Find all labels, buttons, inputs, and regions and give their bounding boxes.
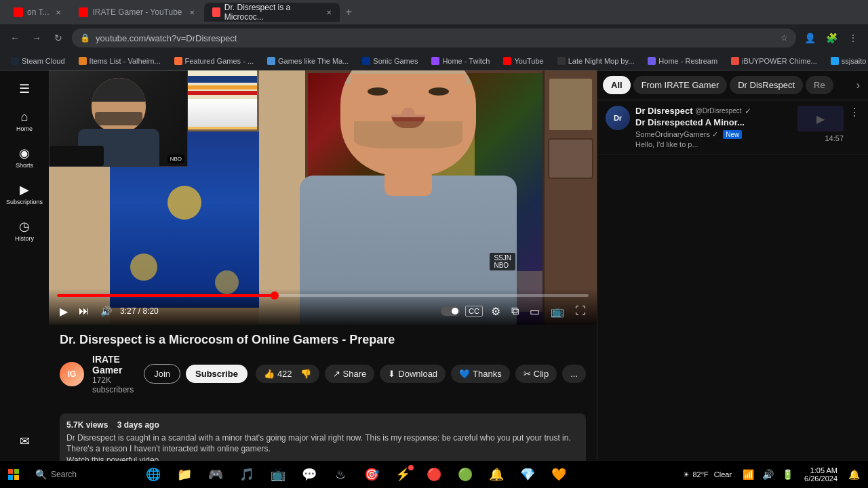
tab-re[interactable]: Re	[806, 76, 833, 94]
yt-right-panel: All From IRATE Gamer Dr DisRespect Re › …	[597, 70, 868, 488]
refresh-button[interactable]: ↻	[49, 28, 68, 47]
hamburger-icon: ☰	[19, 81, 30, 96]
tab-close-1[interactable]: ✕	[56, 9, 61, 16]
sidebar-item-subscriptions[interactable]: ▶ Subscriptions	[3, 177, 46, 211]
dislike-button[interactable]: 👎	[295, 365, 319, 383]
verified-icon-1: ✓	[745, 106, 751, 116]
tab-dr-disrespect[interactable]: Dr DisRespect	[730, 76, 803, 94]
app-6-icon: 💬	[302, 467, 317, 482]
notification-center[interactable]: 🔔	[846, 466, 863, 483]
taskbar-app-3[interactable]: 🎮	[201, 461, 231, 488]
channel-avatar[interactable]: IG	[60, 362, 84, 386]
taskbar-app-9[interactable]: ⚡	[388, 461, 418, 488]
taskbar-app-10[interactable]: 🔴	[419, 461, 449, 488]
sidebar-shorts-label: Shorts	[16, 162, 33, 169]
taskbar-app-5[interactable]: 📺	[263, 461, 293, 488]
taskbar-app-14[interactable]: 🧡	[544, 461, 574, 488]
taskbar-search[interactable]: 🔍 Search	[27, 461, 136, 488]
mini-toggle[interactable]	[441, 306, 460, 316]
tab-all[interactable]: All	[603, 76, 631, 94]
taskbar-app-6[interactable]: 💬	[294, 461, 324, 488]
taskbar-app-11[interactable]: 🟢	[450, 461, 480, 488]
download-button[interactable]: ⬇ Download	[380, 365, 446, 383]
sidebar-item-home[interactable]: ⌂ Home	[3, 104, 46, 138]
share-button[interactable]: ↗ Share	[325, 365, 375, 383]
battery-icon[interactable]: 🔋	[779, 466, 796, 483]
address-text: youtube.com/watch?v=DrDisrespect	[96, 33, 775, 43]
address-bar[interactable]: 🔒 youtube.com/watch?v=DrDisrespect ☆	[72, 28, 796, 47]
back-button[interactable]: ←	[5, 28, 24, 47]
clip-button[interactable]: ✂ Clip	[515, 365, 557, 383]
bookmark-games-label: Games like The Ma...	[278, 57, 349, 65]
bookmark-youtube[interactable]: YouTube	[498, 56, 549, 66]
settings-button[interactable]: ⚙	[488, 302, 503, 321]
tab-2[interactable]: IRATE Gamer - YouTube ✕	[71, 3, 202, 22]
play-button[interactable]: ▶	[57, 302, 71, 321]
chat-header-1: Dr Disrespect @DrDisrespect ✓	[635, 106, 792, 116]
bookmark-ssj[interactable]: ssjsaito (@ssjsaito)...	[825, 56, 868, 66]
recommendation-item-1[interactable]: Dr Dr Disrespect @DrDisrespect ✓ Dr Disr…	[597, 100, 868, 155]
channel-row: IG IRATE Gamer 172K subscribers Join Sub…	[60, 354, 586, 394]
clip-icon: ✂	[524, 369, 531, 379]
chat-more-1[interactable]: ⋮	[849, 106, 860, 119]
taskbar-app-8[interactable]: 🎯	[357, 461, 387, 488]
tab-close-2[interactable]: ✕	[189, 9, 195, 16]
forward-button[interactable]: →	[27, 28, 46, 47]
bookmark-latenight[interactable]: Late Night Mop by...	[552, 56, 640, 66]
taskbar-app-13[interactable]: 💎	[513, 461, 542, 488]
thanks-button[interactable]: 💙 Thanks	[451, 365, 510, 383]
chat-tabs-arrow[interactable]: ›	[854, 77, 863, 94]
browser-menu[interactable]: ⋮	[844, 28, 863, 47]
network-icon[interactable]: 📶	[740, 466, 757, 483]
taskbar-app-4[interactable]: 🎵	[232, 461, 262, 488]
more-button[interactable]: ...	[562, 365, 586, 383]
skip-button[interactable]: ⏭	[76, 302, 92, 320]
sidebar-item-shorts[interactable]: ◉ Shorts	[3, 140, 46, 174]
weather-widget[interactable]: ☀ 82°F Clear	[677, 470, 737, 479]
bookmark-restream-label: Home - Restream	[658, 57, 717, 65]
miniplayer-button[interactable]: ⧉	[509, 302, 521, 320]
extensions-icon[interactable]: 🧩	[822, 28, 841, 47]
tab-close-3[interactable]: ✕	[326, 9, 332, 16]
bookmark-steam[interactable]: Steam Cloud	[5, 56, 71, 66]
volume-button[interactable]: 🔊	[98, 303, 115, 319]
sidebar-item-feedback[interactable]: ✉	[3, 428, 46, 454]
new-tab-button[interactable]: +	[341, 4, 357, 20]
fullscreen-button[interactable]: ⛶	[572, 302, 589, 320]
volume-sys-icon[interactable]: 🔊	[760, 466, 776, 483]
profile-icon[interactable]: 👤	[800, 28, 819, 47]
tab-from-irate[interactable]: From IRATE Gamer	[633, 76, 728, 94]
bookmark-items[interactable]: Items List - Valheim...	[73, 56, 166, 66]
time-display: 3:27 / 8:20	[120, 306, 159, 316]
theater-button[interactable]: ▭	[527, 302, 542, 321]
start-button[interactable]	[0, 461, 27, 488]
bookmark-ibuy[interactable]: iBUYPOWER Chime...	[726, 56, 823, 66]
subscribe-button[interactable]: Subscribe	[186, 365, 248, 383]
sidebar-item-menu[interactable]: ☰	[3, 76, 46, 102]
thanks-icon: 💙	[459, 369, 470, 379]
star-icon[interactable]: ☆	[781, 33, 788, 43]
video-player[interactable]: NBO IRATE Gamer	[49, 70, 597, 325]
bookmark-twitch[interactable]: Home - Twitch	[426, 56, 495, 66]
tab-1[interactable]: on T... ✕	[5, 3, 69, 22]
taskbar-explorer-icon[interactable]: 📁	[170, 461, 199, 488]
system-tray: ☀ 82°F Clear 📶 🔊 🔋 1:05 AM 6/26/2024 🔔	[672, 464, 868, 485]
cast-button[interactable]: 📺	[548, 302, 567, 321]
sidebar-item-history[interactable]: ◷ History	[3, 214, 46, 247]
like-button[interactable]: 👍 422	[256, 365, 300, 383]
taskbar-edge-icon[interactable]: 🌐	[138, 461, 168, 488]
cc-button[interactable]: CC	[465, 306, 483, 317]
taskbar-app-12[interactable]: 🔔	[481, 461, 511, 488]
taskbar-steam[interactable]: ♨	[326, 461, 355, 488]
system-clock[interactable]: 1:05 AM 6/26/2024	[799, 464, 843, 485]
chat-video-meta-1: SomeOrdinaryGamers ✓ New	[635, 130, 792, 139]
bookmark-sonic[interactable]: Sonic Games	[357, 56, 423, 66]
tab-3[interactable]: Dr. Disrespect is a Micrococ... ✕	[204, 3, 340, 22]
app-12-icon: 🔔	[489, 467, 504, 482]
join-button[interactable]: Join	[144, 364, 180, 384]
bookmark-restream[interactable]: Home - Restream	[642, 56, 723, 66]
progress-bar[interactable]	[57, 294, 589, 297]
bookmark-featured[interactable]: Featured Games - ...	[169, 56, 259, 66]
bookmark-games[interactable]: Games like The Ma...	[262, 56, 354, 66]
bookmark-items-icon	[79, 57, 87, 65]
